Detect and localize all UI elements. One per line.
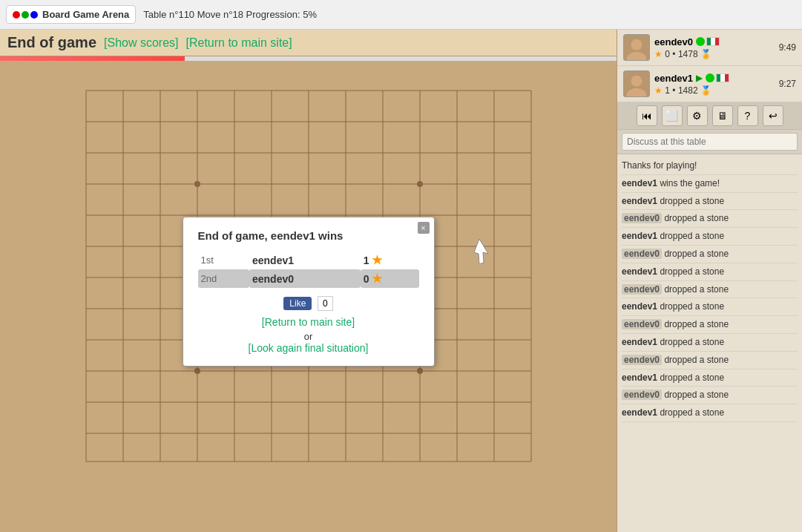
chat-player0-name: eendev0 (622, 390, 662, 400)
player-status-icons-1 (706, 73, 729, 82)
online-status-0 (696, 37, 705, 46)
player-info-1: eendev1 ▶ ★ 1 • 1482 🏅 (654, 73, 775, 96)
rank-2: 2nd (198, 269, 249, 288)
logo-text: Board Game Arena (42, 9, 129, 20)
chat-player1-name: eendev1 (622, 178, 657, 188)
return-to-main-link-header[interactable]: [Return to main site] (186, 36, 292, 50)
like-button[interactable]: Like (283, 297, 312, 310)
svg-point-28 (417, 181, 423, 187)
flag-1 (716, 73, 729, 82)
rewind-button[interactable]: ⏮ (637, 105, 657, 126)
screen-button[interactable]: 🖥 (712, 105, 733, 126)
chat-player1-name: eendev1 (622, 196, 657, 206)
chat-msg-text: dropped a stone (664, 213, 729, 223)
list-item: Thanks for playing! (622, 157, 798, 175)
chat-player1-name: eendev1 (622, 337, 657, 347)
logo-circle-blue (30, 11, 38, 19)
chat-msg-text: dropped a stone (660, 196, 724, 206)
online-status-1 (706, 73, 714, 82)
chat-msg-text: dropped a stone (660, 337, 724, 347)
chat-player1-name: eendev1 (622, 301, 657, 312)
like-section: Like 0 (198, 297, 419, 310)
chat-player0-name: eendev0 (622, 249, 662, 259)
flag-0 (706, 37, 720, 46)
return-to-main-link[interactable]: [Return to main site] (198, 316, 419, 328)
flag-red (715, 38, 719, 45)
avatar-1 (623, 70, 650, 97)
go-board: × End of game, eendev1 wins 1st eendev1 … (56, 68, 561, 484)
player-card-1: eendev1 ▶ ★ 1 • 1482 🏅 9:27 (617, 66, 802, 102)
player-name-label-1: eendev1 (654, 73, 693, 84)
right-panel: eendev0 ★ 0 • 1478 🏅 9:49 (617, 30, 802, 532)
logo-circle-red (13, 11, 20, 19)
chat-player0-name: eendev0 (622, 319, 662, 329)
chat-msg-text: dropped a stone (660, 372, 724, 383)
list-item: eendev1 dropped a stone (622, 404, 798, 422)
chat-msg-text: wins the game! (660, 178, 720, 188)
list-item: eendev0 dropped a stone (622, 281, 798, 299)
player-status-icons-0 (696, 37, 720, 46)
list-item: eendev1 dropped a stone (622, 298, 798, 316)
chat-msg-text: dropped a stone (660, 301, 724, 312)
chat-input[interactable] (622, 133, 798, 151)
chat-msg-text: dropped a stone (660, 407, 724, 418)
chat-player0-name: eendev0 (622, 284, 662, 295)
chat-msg-text: dropped a stone (664, 355, 729, 365)
rank-1: 1st (198, 251, 249, 269)
list-item: eendev1 wins the game! (622, 175, 798, 193)
player-score-2: 0 ★ (361, 269, 419, 288)
like-count: 0 (318, 296, 333, 311)
close-button[interactable]: × (418, 222, 430, 234)
player-card-0: eendev0 ★ 0 • 1478 🏅 9:49 (617, 30, 802, 66)
look-again-link[interactable]: [Look again final situation] (198, 342, 419, 354)
player-name-row-0: eendev0 (654, 36, 775, 47)
logo-circle-green (22, 11, 29, 19)
logo-circles (13, 11, 38, 19)
end-of-game-title: End of game (7, 34, 96, 51)
player-name-1: eendev1 (249, 251, 361, 269)
star-1: ★ (372, 254, 382, 266)
list-item: eendev1 dropped a stone (622, 334, 798, 352)
active-player-arrow: ▶ (696, 73, 703, 83)
chat-player1-name: eendev1 (622, 407, 657, 418)
list-item: eendev0 dropped a stone (622, 352, 798, 370)
player-score-1: 1 ★ (361, 251, 419, 269)
chat-player1-name: eendev1 (622, 231, 657, 241)
star-small-1: ★ (654, 85, 663, 96)
player-name-2: eendev0 (249, 269, 361, 288)
settings-button[interactable]: ⚙ (687, 105, 708, 126)
action-bar: ⏮ ⬜ ⚙ 🖥 ? ↩ (617, 102, 802, 130)
list-item: eendev1 dropped a stone (622, 228, 798, 246)
list-item: eendev1 dropped a stone (622, 193, 798, 211)
chat-player1-name: eendev1 (622, 372, 657, 383)
chat-msg-text: dropped a stone (664, 390, 729, 400)
svg-point-38 (631, 39, 642, 50)
player-name-label-0: eendev0 (654, 36, 693, 47)
exit-button[interactable]: ↩ (763, 105, 783, 126)
chat-msg-text: dropped a stone (660, 231, 724, 241)
logo[interactable]: Board Game Arena (6, 5, 136, 24)
show-scores-link[interactable]: [Show scores] (104, 36, 178, 50)
help-button[interactable]: ? (737, 105, 758, 126)
player-stats-0: ★ 0 • 1478 🏅 (654, 49, 775, 59)
crop-button[interactable]: ⬜ (662, 105, 683, 126)
chat-msg-text: dropped a stone (664, 319, 729, 329)
list-item: eendev1 dropped a stone (622, 370, 798, 387)
avatar-0 (623, 34, 650, 61)
chat-msg-text: dropped a stone (664, 249, 729, 259)
main-layout: End of game [Show scores] [Return to mai… (0, 30, 802, 532)
svg-point-41 (631, 76, 642, 87)
chat-system-msg: Thanks for playing! (622, 160, 697, 171)
game-info: Table n°110 Move n°18 Progression: 5% (143, 9, 317, 20)
list-item: eendev0 dropped a stone (622, 246, 798, 263)
player-name-row-1: eendev1 ▶ (654, 73, 775, 84)
go-board-container: × End of game, eendev1 wins 1st eendev1 … (0, 61, 617, 532)
player-stats-1: ★ 1 • 1482 🏅 (654, 85, 775, 96)
table-row: 1st eendev1 1 ★ (198, 251, 419, 269)
svg-point-31 (417, 368, 423, 374)
star-small-0: ★ (654, 49, 663, 59)
trophy-1: 🏅 (700, 85, 711, 96)
svg-point-27 (194, 181, 200, 187)
list-item: eendev0 dropped a stone (622, 387, 798, 404)
header: Board Game Arena Table n°110 Move n°18 P… (0, 0, 802, 30)
